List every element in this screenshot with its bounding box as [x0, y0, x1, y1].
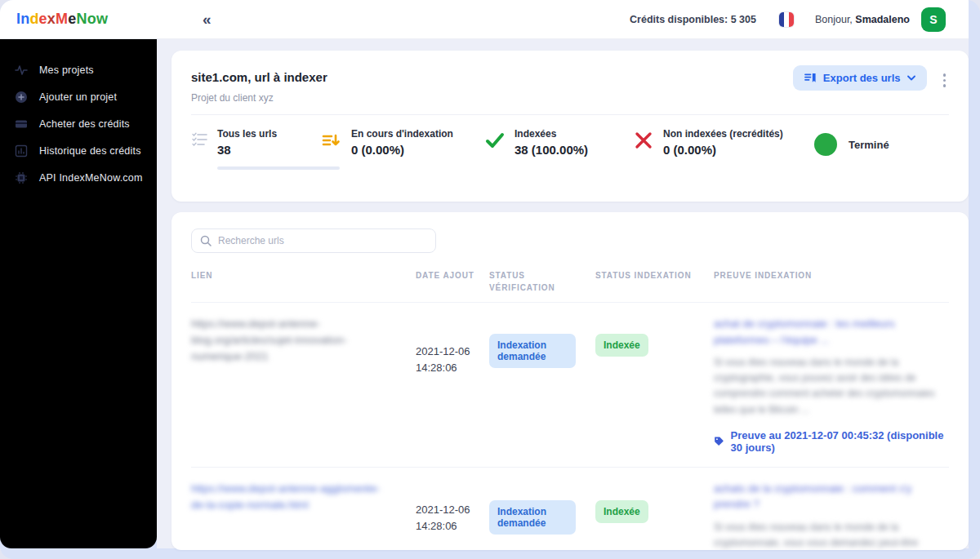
main-content: site1.com, url à indexer Projet du clien… — [157, 38, 969, 548]
search-box — [191, 228, 436, 253]
search-input[interactable] — [218, 235, 427, 246]
brand-letter: w — [96, 11, 108, 27]
indexing-arrow-icon — [322, 131, 341, 150]
column-header-lien: Lien — [191, 269, 416, 294]
stat-en-cours: En cours d'indexation 0 (0.00%) — [322, 128, 485, 170]
stat-total-urls: Tous les urls 38 — [191, 128, 322, 170]
credit-card-icon — [15, 118, 28, 131]
app-window: IndexMeNow « Crédits disponibles: 5 305 … — [0, 0, 980, 559]
stat-label: Non indexées (recrédités) — [663, 128, 783, 140]
search-icon — [200, 235, 212, 246]
sidebar-item-label: API IndexMeNow.com — [39, 172, 143, 184]
redacted-proof-text: Si vous êtes nouveau dans le monde de la… — [714, 355, 949, 418]
export-urls-button[interactable]: Export des urls — [793, 65, 927, 91]
redacted-proof-title: achat de cryptomonnaie : les meilleurs p… — [714, 316, 949, 348]
more-options-button[interactable] — [940, 70, 950, 91]
bar-chart-icon — [15, 144, 28, 157]
redacted-proof-title: achats de la cryptomonnaie : comment s'y… — [714, 481, 949, 512]
proof-link[interactable]: Preuve au 2021-12-07 00:45:32 (disponibl… — [714, 429, 949, 454]
avatar[interactable]: S — [921, 7, 946, 32]
table-row: https://www.depot-antenne-agglomerée-de-… — [191, 467, 949, 550]
brand-letter: e — [68, 11, 76, 27]
brand-letter: d — [29, 11, 38, 27]
credits-available: Crédits disponibles: 5 305 — [630, 14, 756, 25]
sidebar-collapse-icon[interactable]: « — [203, 11, 212, 27]
cross-icon — [634, 131, 653, 150]
stat-label: Terminé — [849, 139, 889, 151]
tag-icon — [714, 435, 724, 447]
greeting: Bonjour, Smadaleno — [815, 14, 910, 25]
sidebar: Mes projets Ajouter un projet Acheter de… — [0, 38, 157, 548]
redacted-url-link[interactable]: https://www.depot-antenne-agglomerée-de-… — [191, 481, 393, 513]
sidebar-item-label: Historique des crédits — [39, 145, 141, 157]
url-table-card: Lien Date ajout Status vérification Stat… — [172, 212, 969, 550]
brand-letter: N — [76, 11, 87, 27]
export-button-label: Export des urls — [823, 72, 901, 84]
stat-value: 0 (0.00%) — [351, 143, 453, 157]
sidebar-item-label: Ajouter un projet — [39, 91, 117, 103]
proof-link-label: Preuve au 2021-12-07 00:45:32 (disponibl… — [731, 429, 949, 454]
column-header-status-verification: Status vérification — [489, 269, 595, 294]
brand-letter: M — [56, 11, 68, 27]
check-icon — [485, 131, 505, 150]
cpu-icon — [15, 171, 28, 184]
stat-non-indexees: Non indexées (recrédités) 0 (0.00%) — [634, 128, 814, 170]
checklist-icon — [191, 131, 209, 149]
verification-status-badge: Indexation demandée — [489, 334, 576, 368]
stat-termine: Terminé — [814, 128, 889, 161]
brand-letter: o — [87, 11, 96, 27]
stats-row: Tous les urls 38 En cours d'indexation 0… — [191, 115, 949, 170]
france-flag-icon[interactable] — [779, 12, 794, 27]
status-dot-green — [814, 133, 837, 156]
sidebar-item-api[interactable]: API IndexMeNow.com — [0, 164, 157, 191]
column-header-status-indexation: Status indexation — [595, 269, 714, 294]
brand-logo[interactable]: IndexMeNow — [16, 11, 108, 28]
stat-value: 0 (0.00%) — [663, 143, 783, 157]
date-added: 2021-12-0614:28:06 — [416, 481, 489, 535]
table-header: Lien Date ajout Status vérification Stat… — [191, 269, 949, 302]
indexation-status-badge: Indexée — [595, 500, 648, 523]
sidebar-item-acheter-credits[interactable]: Acheter des crédits — [0, 110, 157, 137]
sidebar-item-mes-projets[interactable]: Mes projets — [0, 56, 157, 83]
indexation-status-badge: Indexée — [595, 334, 648, 357]
chevron-down-icon — [907, 75, 915, 81]
column-header-date-ajout: Date ajout — [416, 269, 489, 294]
stat-label: En cours d'indexation — [351, 128, 453, 140]
redacted-proof-text: Si vous êtes nouveau dans le monde de la… — [714, 520, 949, 550]
top-bar: IndexMeNow « Crédits disponibles: 5 305 … — [0, 0, 969, 38]
project-subtitle: Projet du client xyz — [191, 92, 327, 104]
sidebar-item-label: Acheter des crédits — [39, 118, 130, 130]
sidebar-item-historique-credits[interactable]: Historique des crédits — [0, 137, 157, 164]
sidebar-item-label: Mes projets — [39, 64, 94, 76]
activity-icon — [15, 64, 28, 77]
project-summary-card: site1.com, url à indexer Projet du clien… — [172, 51, 969, 202]
column-header-preuve-indexation: Preuve indexation — [714, 269, 949, 294]
redacted-url-link[interactable]: https://www.depot-antenne-blog.org/artic… — [191, 316, 393, 365]
page-title: site1.com, url à indexer — [191, 70, 327, 84]
table-row: https://www.depot-antenne-blog.org/artic… — [191, 302, 949, 467]
plus-circle-icon — [15, 91, 28, 104]
export-icon — [804, 72, 817, 84]
sidebar-item-ajouter-projet[interactable]: Ajouter un projet — [0, 83, 157, 110]
user-name: Smadaleno — [855, 14, 910, 25]
brand-letter: x — [47, 11, 56, 27]
date-added: 2021-12-0614:28:06 — [416, 334, 489, 376]
stat-indexees: Indexées 38 (100.00%) — [485, 128, 634, 170]
stat-value: 38 (100.00%) — [514, 143, 588, 157]
brand-letter: e — [39, 11, 47, 27]
brand-letter: n — [20, 11, 29, 27]
stat-label: Indexées — [514, 128, 588, 140]
verification-status-badge: Indexation demandée — [489, 500, 576, 535]
